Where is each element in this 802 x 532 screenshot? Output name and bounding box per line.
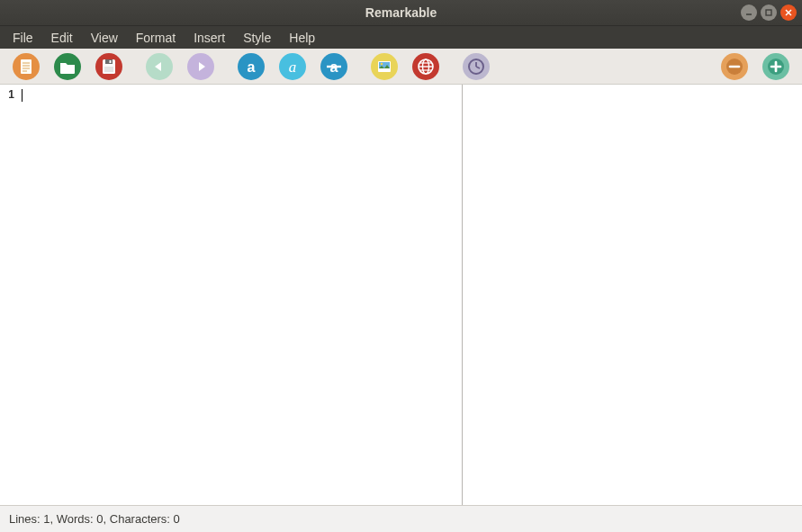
text-cursor [22, 89, 23, 102]
undo-button[interactable] [146, 53, 173, 80]
save-button[interactable] [95, 53, 122, 80]
line-number: 1 [0, 88, 14, 101]
svg-text:a: a [289, 59, 297, 76]
redo-button[interactable] [187, 53, 214, 80]
svg-rect-15 [104, 67, 113, 72]
menu-help[interactable]: Help [280, 28, 324, 48]
menu-view[interactable]: View [82, 28, 127, 48]
titlebar: Remarkable [0, 0, 802, 25]
preview-pane [463, 85, 802, 505]
status-text: Lines: 1, Words: 0, Characters: 0 [9, 512, 180, 526]
insert-timestamp-button[interactable] [463, 53, 490, 80]
minimize-button[interactable] [741, 5, 757, 21]
toolbar: a a a [0, 49, 802, 85]
italic-button[interactable]: a [279, 53, 306, 80]
editor-area: 1 [0, 85, 802, 505]
new-file-button[interactable] [13, 53, 40, 80]
bold-button[interactable]: a [238, 53, 265, 80]
zoom-out-button[interactable] [721, 53, 748, 80]
menu-edit[interactable]: Edit [42, 28, 82, 48]
svg-rect-14 [110, 60, 112, 63]
line-number-gutter: 1 [0, 85, 20, 505]
insert-image-button[interactable] [371, 53, 398, 80]
close-button[interactable] [780, 5, 797, 21]
maximize-button[interactable] [761, 5, 777, 21]
insert-link-button[interactable] [412, 53, 439, 80]
menu-file[interactable]: File [4, 28, 42, 48]
markdown-editor[interactable] [20, 85, 462, 505]
zoom-in-button[interactable] [762, 53, 789, 80]
open-file-button[interactable] [54, 53, 81, 80]
svg-rect-1 [766, 10, 771, 15]
svg-text:a: a [248, 59, 256, 75]
strikethrough-button[interactable]: a [320, 53, 347, 80]
statusbar: Lines: 1, Words: 0, Characters: 0 [0, 505, 802, 532]
menu-insert[interactable]: Insert [185, 28, 234, 48]
menubar: File Edit View Format Insert Style Help [0, 25, 802, 49]
window-controls [741, 5, 797, 21]
editor-pane: 1 [0, 85, 463, 505]
svg-point-28 [381, 62, 383, 65]
menu-style[interactable]: Style [234, 28, 280, 48]
menu-format[interactable]: Format [127, 28, 185, 48]
svg-rect-13 [105, 59, 113, 64]
window-title: Remarkable [365, 5, 437, 20]
